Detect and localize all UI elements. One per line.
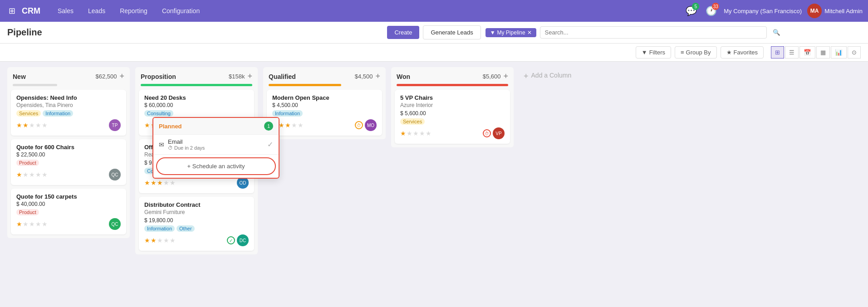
activity-dot-done[interactable]: ✓ — [227, 236, 235, 244]
activity-dot-overdue[interactable]: ⏱ — [483, 129, 491, 137]
column-new-add-button[interactable]: + — [119, 72, 124, 81]
chart-view-button[interactable]: 📊 — [831, 46, 847, 58]
column-new-header: New $62,500 + — [7, 67, 130, 84]
star-2[interactable]: ★ — [23, 171, 29, 178]
star-2[interactable]: ★ — [23, 220, 29, 228]
list-view-button[interactable]: ☰ — [785, 46, 799, 58]
email-icon: ✉ — [159, 141, 164, 148]
star-5[interactable]: ★ — [42, 171, 48, 178]
schedule-activity-button[interactable]: + Schedule an activity — [156, 157, 276, 175]
search-button[interactable]: 🔍 — [770, 27, 783, 38]
star-4[interactable]: ★ — [35, 220, 41, 228]
tag-information: Information — [43, 110, 73, 117]
card-vp-chairs-stars: ★ ★ ★ ★ ★ — [400, 130, 432, 137]
column-qualified-bar-wrap — [263, 84, 386, 90]
card-modern-space-tags: Information — [272, 110, 377, 117]
card-distributor[interactable]: Distributor Contract Gemini Furniture $ … — [139, 197, 254, 251]
star-1[interactable]: ★ — [16, 122, 22, 129]
column-proposition-add-button[interactable]: + — [247, 72, 252, 81]
card-quote-150-avatar: QC — [109, 218, 121, 230]
user-menu[interactable]: MA Mitchell Admin — [807, 4, 863, 18]
star-3[interactable]: ★ — [29, 122, 35, 129]
tag-services: Services — [16, 110, 41, 117]
search-input[interactable] — [540, 26, 767, 39]
card-modern-space-title: Modern Open Space — [272, 94, 377, 101]
star-4[interactable]: ★ — [35, 171, 41, 178]
column-qualified-title: Qualified — [269, 73, 352, 80]
card-quote-150-amount: $ 40,000.00 — [16, 201, 121, 207]
card-need-desks-tags: Consulting — [144, 110, 249, 117]
popup-due-date: ⏱ Due in 2 days — [168, 145, 264, 151]
column-qualified-add-button[interactable]: + — [375, 72, 380, 81]
popup-header: Planned 1 — [153, 118, 279, 135]
star-3[interactable]: ★ — [29, 220, 35, 228]
filter-icon: ▼ — [642, 49, 647, 56]
nav-leads[interactable]: Leads — [82, 5, 112, 17]
groupby-icon: ≡ — [681, 49, 684, 56]
card-opensides-footer: ★ ★ ★ ★ ★ TP — [16, 119, 121, 131]
card-modern-space-footer: ★ ★ ★ ★ ★ ⏱ MO — [272, 119, 377, 131]
card-distributor-subtitle: Gemini Furniture — [144, 209, 249, 215]
filter-close-icon[interactable]: ✕ — [527, 29, 532, 36]
nav-reporting[interactable]: Reporting — [113, 5, 154, 17]
tag-product-2: Product — [16, 209, 39, 215]
card-distributor-amount: $ 19,800.00 — [144, 217, 249, 224]
nav-configuration[interactable]: Configuration — [156, 5, 206, 17]
popup-activity-item: ✉ Email ⏱ Due in 2 days ✓ — [153, 135, 279, 155]
card-quote-150-footer: ★ ★ ★ ★ ★ QC — [16, 218, 121, 230]
search-bar: ▼ My Pipeline ✕ 🔍 — [485, 26, 861, 39]
calendar-view-button[interactable]: 📅 — [799, 46, 815, 58]
card-quote-600[interactable]: Quote for 600 Chairs $ 22,500.00 Product… — [11, 139, 126, 185]
tag-consulting: Consulting — [144, 110, 173, 117]
card-need-desks[interactable]: Need 20 Desks $ 60,000.00 Consulting ★ ★… — [139, 90, 254, 136]
favorites-button[interactable]: ★ Favorites — [721, 46, 764, 58]
column-won-add-button[interactable]: + — [503, 72, 508, 81]
card-quote-600-amount: $ 22,500.00 — [16, 151, 121, 158]
groupby-button[interactable]: ≡ Group By — [675, 46, 717, 58]
generate-leads-button[interactable]: Generate Leads — [423, 25, 481, 39]
tag-information-3: Information — [272, 110, 303, 117]
column-won: Won $5,600 + 5 VP Chairs Azure Interior … — [391, 67, 514, 147]
activities-badge[interactable]: 🕐 33 — [704, 4, 718, 18]
card-need-desks-amount: $ 60,000.00 — [144, 102, 249, 108]
star-5[interactable]: ★ — [42, 220, 48, 228]
messages-count: 5 — [692, 3, 699, 10]
card-distributor-title: Distributor Contract — [144, 201, 249, 208]
card-quote-150[interactable]: Quote for 150 carpets $ 40,000.00 Produc… — [11, 189, 126, 234]
column-qualified-header: Qualified $4,500 + — [263, 67, 386, 84]
column-new-bar-wrap — [7, 84, 130, 90]
company-name[interactable]: My Company (San Francisco) — [724, 8, 802, 15]
apps-grid-button[interactable]: ⊞ — [5, 5, 18, 17]
add-column-area[interactable]: + Add a Column — [519, 67, 610, 86]
card-quote-600-title: Quote for 600 Chairs — [16, 144, 121, 151]
star-2[interactable]: ★ — [23, 122, 29, 129]
column-won-bar-wrap — [391, 84, 514, 90]
filters-button[interactable]: ▼ Filters — [636, 46, 671, 58]
my-pipeline-filter[interactable]: ▼ My Pipeline ✕ — [485, 28, 536, 37]
card-quote-150-tags: Product — [16, 209, 121, 215]
star-5[interactable]: ★ — [42, 122, 48, 129]
nav-sales[interactable]: Sales — [51, 5, 80, 17]
card-opensides-title: Opensides: Need Info — [16, 94, 121, 101]
messages-badge[interactable]: 💬 5 — [684, 4, 698, 18]
card-vp-chairs-avatar: VP — [493, 127, 505, 139]
star-1[interactable]: ★ — [16, 171, 22, 178]
star-4[interactable]: ★ — [35, 122, 41, 129]
card-modern-space[interactable]: Modern Open Space $ 4,500.00 Information… — [267, 90, 382, 136]
card-opensides[interactable]: Opensides: Need Info Opensides, Tina Pin… — [11, 90, 126, 136]
activity-dot-planned-2[interactable]: ⏱ — [355, 121, 363, 129]
card-vp-chairs-footer: ★ ★ ★ ★ ★ ⏱ VP — [400, 127, 505, 139]
create-button[interactable]: Create — [387, 26, 419, 39]
card-vp-chairs[interactable]: 5 VP Chairs Azure Interior $ 5,600.00 Se… — [395, 90, 510, 144]
column-won-progress-bar — [397, 84, 508, 86]
kanban-view-button[interactable]: ⊞ — [771, 46, 784, 58]
card-quote-600-avatar: QC — [109, 169, 121, 180]
user-name: Mitchell Admin — [824, 8, 863, 15]
table-view-button[interactable]: ▦ — [816, 46, 830, 58]
activity-view-button[interactable]: ⊙ — [848, 46, 861, 58]
star-3[interactable]: ★ — [29, 171, 35, 178]
star-1[interactable]: ★ — [16, 220, 22, 228]
card-opensides-subtitle: Opensides, Tina Pinero — [16, 102, 121, 108]
app-logo: CRM — [22, 6, 40, 16]
popup-check-button[interactable]: ✓ — [267, 140, 273, 149]
